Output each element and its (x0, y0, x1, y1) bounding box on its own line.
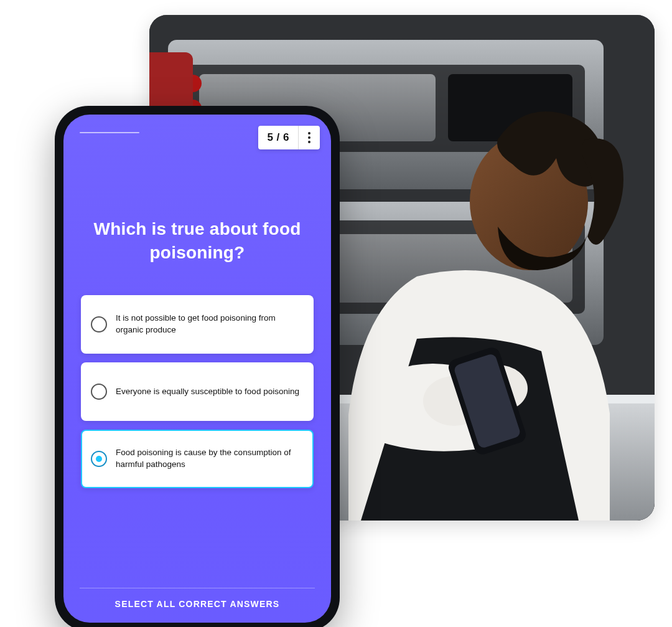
topbar-accent-line (80, 132, 139, 133)
answer-options: It is not possible to get food poisoning… (81, 295, 314, 488)
answer-option-1[interactable]: It is not possible to get food poisoning… (81, 295, 314, 354)
more-menu-button[interactable] (299, 126, 320, 149)
quiz-topbar: 5 / 6 (63, 126, 331, 149)
radio-icon (91, 316, 107, 332)
radio-icon (91, 384, 107, 400)
kebab-icon (308, 131, 310, 144)
question-text: Which is true about food poisoning? (91, 217, 304, 265)
answer-option-2[interactable]: Everyone is equally susceptible to food … (81, 362, 314, 421)
answer-option-label: Everyone is equally susceptible to food … (116, 386, 299, 398)
answer-option-label: Food poisoning is cause by the consumpti… (116, 447, 302, 471)
phone-frame: 5 / 6 Which is true about food poisoning… (55, 106, 340, 627)
instruction-bar: SELECT ALL CORRECT ANSWERS (63, 599, 331, 609)
progress-pill: 5 / 6 (258, 126, 320, 149)
phone-screen: 5 / 6 Which is true about food poisoning… (63, 115, 331, 623)
question-heading: Which is true about food poisoning? (63, 217, 331, 265)
answer-option-3[interactable]: Food poisoning is cause by the consumpti… (81, 430, 314, 488)
radio-icon (91, 451, 107, 467)
progress-counter: 5 / 6 (258, 126, 298, 149)
answer-option-label: It is not possible to get food poisoning… (116, 313, 302, 336)
